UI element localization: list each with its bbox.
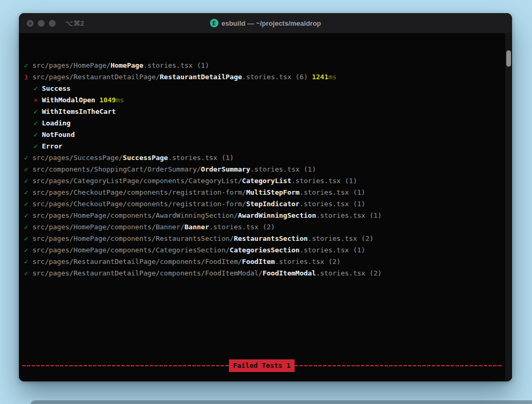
file-name: RestaurantDetailPage [160,73,242,81]
fail-icon: × [34,96,38,104]
pass-icon: ✓ [24,177,28,185]
pass-icon: ✓ [34,108,38,115]
file-name: CategoryList [242,177,291,185]
test-result-line: ✓ src/pages/CategoryListPage/components/… [22,175,502,187]
test-results: ✓ src/pages/HomePage/HomePage.stories.ts… [22,60,502,279]
test-result-line: ✓ src/pages/CheckoutPage/components/regi… [22,187,502,198]
file-name: MultiStepForm [246,188,300,196]
file-dir: src/pages/HomePage/components/Restaurant… [33,235,234,242]
file-meta: .stories.tsx (6) [242,73,308,81]
test-result-line: ✓ src/pages/RestaurantDetailPage/compone… [22,268,502,279]
pass-icon: ✓ [24,61,28,69]
test-result-line: ✓ src/pages/HomePage/components/Banner/B… [22,221,502,233]
file-dir: src/pages/HomePage/ [33,61,111,69]
divider-dash-left [22,365,229,366]
test-result-line: ✓ src/pages/HomePage/components/AwardWin… [22,210,502,221]
file-dir: src/pages/CheckoutPage/components/regist… [33,188,246,196]
file-name: FoodItemModal [263,269,316,277]
file-name: StepIndicator [246,200,300,208]
file-name: RestaurantsSection [234,235,308,242]
title-group: E esbuild — ~/projects/mealdrop [19,13,512,33]
file-dir: src/pages/CategoryListPage/components/Ca… [33,177,242,185]
failed-tests-badge: Failed Tests 1 [229,359,295,372]
file-name: FoodItem [242,258,275,265]
test-result-line: ✓ src/components/ShoppingCart/OrderSumma… [22,164,502,175]
file-name: Banner [184,223,209,231]
file-meta: .stories.tsx (2) [308,235,373,242]
pass-icon: ✓ [24,188,28,196]
file-name: HomePage [110,61,143,69]
pointer-icon: ❯ [24,73,28,81]
duration-unit: ms [116,96,124,104]
file-name: SuccessPage [123,154,168,162]
file-dir: src/pages/HomePage/components/Categories… [33,246,230,254]
pass-icon: ✓ [24,154,28,162]
failed-tests-divider: Failed Tests 1 [22,360,502,371]
file-dir: src/pages/HomePage/components/AwardWinni… [33,211,238,219]
story-name: WithModalOpen [42,96,96,104]
file-meta: .stories.tsx (2) [275,258,340,265]
pass-icon: ✓ [24,211,28,219]
pass-icon: ✓ [34,84,38,92]
file-meta: .stories.tsx (1) [299,188,365,196]
story-name: WithItemsInTheCart [42,108,116,115]
pass-icon: ✓ [34,119,38,127]
file-meta: .stories.tsx (1) [316,211,382,219]
file-name: CategoriesSection [230,246,299,254]
file-name: OrderSummary [201,165,251,173]
test-result-line: ✓ src/pages/RestaurantDetailPage/compone… [22,256,502,268]
scrollbar-thumb[interactable] [506,50,511,67]
duration-value: 1049 [99,96,116,104]
file-meta: .stories.tsx (1) [299,246,365,254]
file-dir: src/components/ShoppingCart/OrderSummary… [33,165,201,173]
duration-value: 1241 [312,73,328,81]
background-window-strip [30,400,532,404]
test-result-line: ✓ src/pages/HomePage/components/Restaura… [22,233,502,244]
traffic-lights [27,20,56,27]
titlebar[interactable]: ⌥⌘2 E esbuild — ~/projects/mealdrop [19,13,512,33]
test-result-line: ✓ Success [22,83,502,94]
file-meta: .stories.tsx (1) [168,154,234,162]
test-result-line: ✓ src/pages/SuccessPage/SuccessPage.stor… [22,152,502,164]
file-meta: .stories.tsx (1) [291,177,357,185]
test-result-line: ✓ WithItemsInTheCart [22,106,502,118]
file-meta: .stories.tsx (2) [316,269,382,277]
file-dir: src/pages/RestaurantDetailPage/component… [33,258,242,265]
test-result-line: ✓ src/pages/HomePage/HomePage.stories.ts… [22,60,502,71]
esbuild-icon: E [210,19,218,27]
minimize-button[interactable] [38,20,45,27]
test-result-line: ✓ NotFound [22,129,502,141]
file-dir: src/pages/SuccessPage/ [33,154,123,162]
file-dir: src/pages/RestaurantDetailPage/component… [33,269,263,277]
file-dir: src/pages/HomePage/components/Banner/ [33,223,185,231]
story-name: Success [42,84,71,92]
divider-dash-right [295,365,502,366]
pass-icon: ✓ [24,235,28,242]
test-result-line: ✓ Error [22,141,502,152]
close-button[interactable] [27,20,34,27]
pass-icon: ✓ [24,223,28,231]
pass-icon: ✓ [34,142,38,150]
test-result-line: ✓ src/pages/HomePage/components/Categori… [22,244,502,256]
file-meta: .stories.tsx (1) [299,200,365,208]
file-meta: .stories.tsx (2) [209,223,275,231]
file-meta: .stories.tsx (1) [250,165,316,173]
pass-icon: ✓ [24,165,28,173]
duration-unit: ms [328,73,337,81]
story-name: Loading [42,119,71,127]
terminal-content: ✓ src/pages/HomePage/HomePage.stories.ts… [19,33,512,381]
pass-icon: ✓ [24,258,28,265]
scrollbar [505,33,512,381]
test-result-line: ✓ Loading [22,118,502,129]
test-result-line: ✓ src/pages/CheckoutPage/components/regi… [22,198,502,210]
file-name: AwardWinningSection [238,211,316,219]
zoom-button[interactable] [49,20,56,27]
test-result-line: × WithModalOpen 1049ms [22,94,502,106]
pass-icon: ✓ [24,200,28,208]
pass-icon: ✓ [24,246,28,254]
file-dir: src/pages/CheckoutPage/components/regist… [33,200,246,208]
test-result-line: ❯ src/pages/RestaurantDetailPage/Restaur… [22,71,502,83]
terminal-window: ⌥⌘2 E esbuild — ~/projects/mealdrop ✓ sr… [19,13,512,381]
file-meta: .stories.tsx (1) [143,61,209,69]
story-name: Error [42,142,62,150]
